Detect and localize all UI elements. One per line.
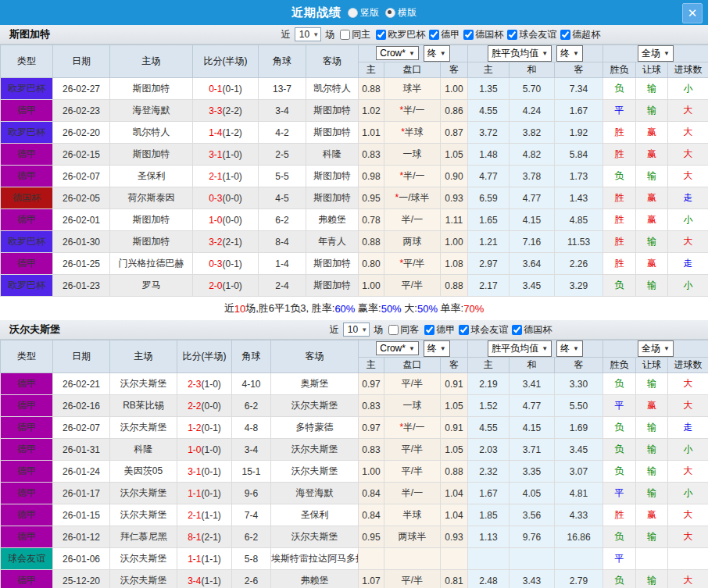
match-date: 26-02-07 [53,166,110,187]
odds-source-dropdown[interactable]: Crow*▼ [376,341,419,355]
match-count-select[interactable]: 10 ▼ [343,323,370,337]
odds-away: 0.91 [441,373,468,395]
result-goals: 大 [668,461,708,483]
result-goals: 大 [668,144,708,166]
col-odds-home: 主 [359,62,384,78]
chevron-down-icon: ▼ [361,326,367,333]
same-venue-checkbox[interactable]: 同主 [340,28,370,41]
stuttgart-section: 斯图加特 近 10 ▼ 场 同主 欧罗巴杯德甲德国杯球会友谊德超杯 [0,25,708,297]
chevron-down-icon: ▼ [663,50,670,57]
competition-checkbox[interactable]: 德甲 [424,323,455,337]
odds-handicap: 平/半 [384,570,441,588]
final-odds-dropdown[interactable]: 终▼ [424,340,450,357]
avg-away-odds: 1.69 [555,417,603,439]
away-team: 年青人 [306,231,359,253]
match-date: 26-02-05 [53,187,110,209]
fulltime-dropdown[interactable]: 全场▼ [638,45,674,62]
odds-handicap: 两球半 [384,526,441,548]
horizontal-layout-radio[interactable]: 横版 [385,6,417,20]
match-row: 德国杯 26-02-05 荷尔斯泰因 0-3(0-0) 4-5 斯图加特 0.9… [1,187,708,209]
final-odds-dropdown[interactable]: 终▼ [424,45,450,62]
home-team: 斯图加特 [110,78,193,100]
vertical-layout-radio[interactable]: 竖版 [348,6,379,20]
away-team: 科隆 [306,144,359,166]
corner-count: 6-2 [259,209,306,231]
home-team: RB莱比锡 [110,395,177,417]
odds-source-dropdown[interactable]: Crow*▼ [376,46,419,60]
competition-checkbox[interactable]: 德国杯 [512,323,552,337]
competition-checkbox[interactable]: 球会友谊 [459,323,508,337]
odds-home: 0.83 [359,439,384,461]
close-button[interactable]: ✕ [682,3,703,23]
avg-draw-odds: 4.15 [510,417,555,439]
match-score: 2-2(0-0) [177,395,232,417]
odds-away: 1.00 [441,231,468,253]
match-row: 德甲 25-12-20 沃尔夫斯堡 3-4(1-1) 2-6 弗赖堡 1.07 … [1,570,708,588]
odds-handicap [384,548,441,570]
avg-home-odds [468,548,510,570]
odds-handicap: *半/一 [384,166,441,187]
home-team: 拜仁慕尼黑 [110,526,177,548]
result-goals: 小 [668,275,708,297]
col-score: 比分(半场) [177,340,232,373]
col-result-handicap: 让球 [636,358,668,373]
odds-home: 1.01 [359,122,384,144]
avg-away-odds: 5.50 [555,395,603,417]
match-date: 25-12-20 [53,570,110,588]
avg-away-odds: 2.79 [555,570,603,588]
avg-draw-odds: 3.45 [510,275,555,297]
competition-checkbox[interactable]: 德国杯 [463,28,503,41]
away-team: 斯图加特 [306,253,359,275]
final-avg-dropdown[interactable]: 终▼ [556,45,583,62]
odds-away: 1.05 [441,144,468,166]
match-count-select[interactable]: 10 ▼ [295,27,321,41]
match-score: 3-3(2-2) [193,100,259,122]
match-date: 26-01-23 [53,275,110,297]
avg-away-odds: 11.53 [555,231,603,253]
avg-away-odds: 2.26 [555,253,603,275]
fulltime-dropdown[interactable]: 全场▼ [638,340,674,357]
avg-draw-odds: 5.70 [510,78,555,100]
odds-away: 0.91 [441,417,468,439]
competition-checkbox[interactable]: 欧罗巴杯 [376,28,425,41]
result-wdl: 负 [603,570,636,588]
match-date: 26-01-06 [53,548,110,570]
corner-count: 4-2 [259,122,306,144]
same-venue-checkbox[interactable]: 同客 [388,323,419,337]
match-score: 2-3(1-0) [177,373,232,395]
final-avg-dropdown[interactable]: 终▼ [556,340,583,357]
match-date: 26-01-25 [53,253,110,275]
competition-badge: 德甲 [1,373,53,395]
col-type: 类型 [1,45,53,78]
avg-away-odds: 1.92 [555,122,603,144]
result-handicap: 赢 [636,122,668,144]
match-row: 德甲 26-01-31 科隆 1-0(1-0) 3-4 沃尔夫斯堡 0.83 平… [1,439,708,461]
chevron-down-icon: ▼ [313,31,319,38]
avg-away-odds: 7.34 [555,78,603,100]
match-row: 德甲 26-01-15 沃尔夫斯堡 2-1(1-1) 7-4 圣保利 0.84 … [1,504,708,526]
result-wdl: 胜 [603,231,636,253]
odds-handicap: 平/半 [384,275,441,297]
avg-home-odds: 1.13 [468,526,510,548]
match-score: 0-1(0-1) [193,78,259,100]
avg-odds-dropdown[interactable]: 胜平负均值▼ [488,340,552,357]
corner-count: 5-5 [259,166,306,187]
competition-badge: 德甲 [1,166,53,187]
home-team: 沃尔夫斯堡 [110,570,177,588]
match-score: 0-3(0-0) [193,187,259,209]
competition-checkbox[interactable]: 球会友谊 [507,28,556,41]
avg-home-odds: 2.17 [468,275,510,297]
home-team: 沃尔夫斯堡 [110,373,177,395]
odds-home: 0.83 [359,395,384,417]
match-date: 26-01-12 [53,526,110,548]
avg-away-odds: 1.67 [555,100,603,122]
result-wdl: 负 [603,417,636,439]
result-handicap: 输 [636,100,668,122]
away-team: 弗赖堡 [306,209,359,231]
competition-checkbox[interactable]: 德超杯 [560,28,600,41]
summary-text: 50% [381,303,402,315]
competition-checkbox[interactable]: 德甲 [429,28,459,41]
avg-draw-odds: 3.43 [510,570,555,588]
match-row: 欧罗巴杯 26-01-30 斯图加特 3-2(2-1) 8-4 年青人 0.88… [1,231,708,253]
avg-odds-dropdown[interactable]: 胜平负均值▼ [488,45,552,62]
